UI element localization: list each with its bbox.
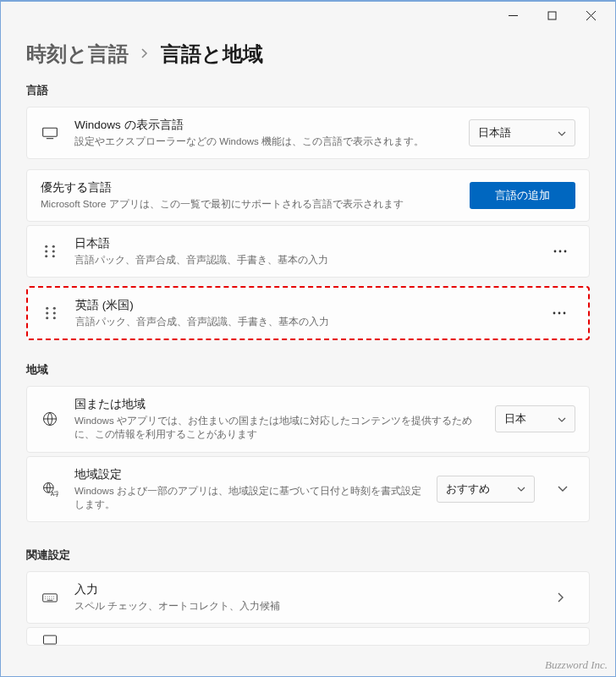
language-item-name: 日本語 — [74, 236, 530, 251]
svg-point-5 — [52, 250, 55, 253]
globe-text-icon: A字 — [41, 481, 59, 498]
typing-title: 入力 — [74, 582, 531, 597]
keyboard-icon — [41, 589, 59, 606]
language-item-features: 言語パック、音声合成、音声認識、手書き、基本の入力 — [75, 315, 529, 328]
language-item-features: 言語パック、音声合成、音声認識、手書き、基本の入力 — [74, 253, 530, 267]
svg-point-16 — [53, 316, 56, 319]
globe-icon — [41, 410, 59, 427]
svg-point-6 — [45, 255, 47, 257]
svg-point-12 — [53, 307, 56, 310]
chevron-down-icon — [517, 484, 525, 493]
svg-rect-0 — [548, 12, 556, 19]
monitor-icon — [41, 124, 59, 141]
svg-point-17 — [553, 312, 556, 315]
regional-format-title: 地域設定 — [74, 467, 421, 482]
chevron-down-icon — [558, 129, 566, 138]
regional-format-select[interactable]: おすすめ — [437, 476, 534, 503]
window-titlebar — [1, 2, 615, 29]
drag-handle-icon[interactable] — [41, 243, 59, 260]
svg-point-10 — [564, 250, 567, 253]
navigate-button[interactable] — [547, 584, 575, 611]
language-item-japanese[interactable]: 日本語 言語パック、音声合成、音声認識、手書き、基本の入力 — [26, 225, 590, 278]
country-region-sub: Windows やアプリでは、お住まいの国または地域に対応したコンテンツを提供す… — [74, 414, 480, 441]
country-region-value: 日本 — [504, 411, 526, 427]
language-item-name: 英語 (米国) — [75, 298, 529, 313]
chevron-down-icon — [558, 415, 566, 424]
breadcrumb-parent[interactable]: 時刻と言語 — [26, 41, 129, 68]
svg-point-4 — [45, 250, 47, 253]
more-options-button[interactable] — [545, 238, 575, 265]
display-language-select[interactable]: 日本語 — [469, 119, 575, 146]
typing-sub: スペル チェック、オートコレクト、入力候補 — [74, 599, 531, 613]
svg-rect-1 — [43, 128, 58, 136]
expand-button[interactable] — [550, 476, 575, 503]
preferred-languages-row: 優先する言語 Microsoft Store アプリは、この一覧で最初にサポート… — [26, 169, 590, 222]
section-header-region: 地域 — [26, 362, 590, 377]
svg-point-13 — [46, 312, 48, 315]
display-language-row: Windows の表示言語 設定やエクスプローラーなどの Windows 機能は… — [26, 107, 590, 159]
regional-format-sub: Windows および一部のアプリは、地域設定に基づいて日付と時刻を書式設定しま… — [74, 484, 421, 511]
watermark-text: Buzzword Inc. — [545, 658, 608, 672]
svg-point-2 — [45, 245, 47, 248]
preferred-languages-sub: Microsoft Store アプリは、この一覧で最初にサポートされる言語で表… — [41, 197, 454, 211]
language-item-english-us[interactable]: 英語 (米国) 言語パック、音声合成、音声認識、手書き、基本の入力 — [26, 286, 590, 340]
svg-point-15 — [46, 316, 48, 319]
add-language-button[interactable]: 言語の追加 — [470, 182, 575, 209]
partial-row[interactable] — [26, 627, 590, 646]
svg-text:A字: A字 — [51, 491, 58, 497]
svg-rect-24 — [44, 636, 57, 644]
regional-format-value: おすすめ — [446, 482, 490, 497]
display-language-title: Windows の表示言語 — [74, 118, 454, 133]
manage-icon — [41, 631, 59, 646]
svg-point-14 — [53, 312, 56, 315]
country-region-row: 国または地域 Windows やアプリでは、お住まいの国または地域に対応したコン… — [26, 386, 590, 452]
maximize-button[interactable] — [532, 3, 571, 28]
chevron-right-icon — [140, 47, 149, 61]
section-header-related: 関連設定 — [26, 548, 590, 563]
display-language-value: 日本語 — [478, 125, 511, 140]
drag-handle-icon[interactable] — [41, 305, 60, 322]
section-header-language: 言語 — [26, 83, 590, 98]
svg-point-9 — [559, 250, 562, 253]
svg-point-8 — [554, 250, 557, 253]
breadcrumb-current: 言語と地域 — [161, 41, 263, 68]
svg-point-18 — [558, 312, 561, 315]
country-region-title: 国または地域 — [74, 397, 480, 412]
country-region-select[interactable]: 日本 — [495, 405, 575, 432]
breadcrumb: 時刻と言語 言語と地域 — [26, 41, 590, 68]
typing-settings-row[interactable]: 入力 スペル チェック、オートコレクト、入力候補 — [26, 571, 590, 624]
minimize-button[interactable] — [493, 3, 532, 28]
close-button[interactable] — [571, 3, 610, 28]
svg-point-3 — [52, 245, 55, 248]
svg-point-7 — [52, 255, 55, 257]
regional-format-row[interactable]: A字 地域設定 Windows および一部のアプリは、地域設定に基づいて日付と時… — [26, 456, 590, 522]
preferred-languages-title: 優先する言語 — [41, 180, 454, 195]
svg-point-11 — [46, 307, 48, 310]
svg-point-19 — [564, 312, 566, 315]
more-options-button[interactable] — [544, 300, 575, 327]
display-language-sub: 設定やエクスプローラーなどの Windows 機能は、この言語で表示されます。 — [74, 135, 454, 148]
